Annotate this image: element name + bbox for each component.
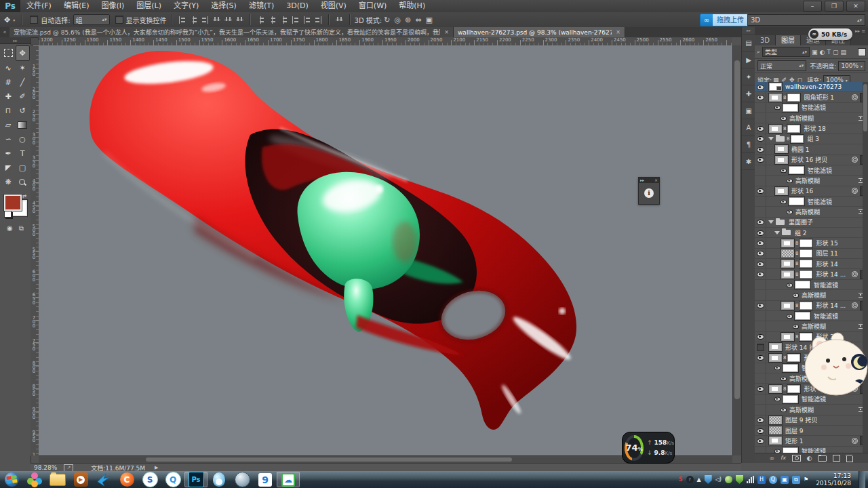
layer-row[interactable]: 高斯模糊 [755,405,868,415]
visibility-toggle[interactable] [755,113,766,123]
taskbar-photoshop[interactable]: Ps [184,472,208,487]
document-tab-2[interactable]: wallhaven-276273.psd @ 98.3% (wallhaven-… [454,27,625,37]
align-center-icon[interactable] [189,16,198,24]
swap-colors-icon[interactable]: ⇄ [22,193,27,199]
taskbar-nine-app[interactable]: 9 [254,472,277,487]
tray-question-icon[interactable]: ? [686,476,694,483]
tab-close-icon[interactable]: × [444,29,449,35]
visibility-toggle[interactable] [755,321,766,331]
eraser-tool[interactable]: ▱ [1,118,16,132]
visibility-toggle[interactable] [755,373,766,383]
collapsed-panel-icon-0[interactable]: ▤ [742,35,755,52]
taskbar-qq[interactable] [208,472,231,487]
panel-tab-图层[interactable]: 图层 [776,35,801,45]
visibility-toggle[interactable] [755,144,766,154]
add-mask-button[interactable] [792,455,801,462]
tab-close-icon[interactable]: × [616,29,620,35]
adjustment-layer-button[interactable]: ◐ [807,454,812,462]
taskbar-flower-app[interactable] [23,472,46,487]
share-icon[interactable]: ↗ [64,464,73,472]
ruler-origin-corner[interactable] [31,37,39,45]
distribute-middle-icon[interactable] [268,16,277,24]
taskbar-flame-browser[interactable]: C [115,472,138,487]
layer-row[interactable]: 高斯模糊 [755,113,868,123]
desktop-pet-hamster[interactable] [802,332,868,399]
layer-row[interactable]: 形状 16▲ [755,186,868,197]
visibility-toggle[interactable] [755,228,766,237]
canvas[interactable] [39,45,732,455]
menu-item[interactable]: 编辑(E) [58,1,96,10]
visibility-toggle[interactable] [755,363,766,373]
visibility-toggle[interactable] [755,415,766,425]
new-layer-button[interactable] [833,455,840,462]
visibility-toggle[interactable] [755,352,766,362]
visibility-toggle[interactable] [755,218,766,227]
visibility-toggle[interactable] [755,134,766,144]
visibility-toggle[interactable] [755,186,766,196]
filter-adjust-icon[interactable]: ◐ [820,49,825,56]
layer-row[interactable]: 矩形 1▲ [755,436,868,446]
visibility-toggle[interactable] [755,165,766,175]
visibility-toggle[interactable] [755,342,766,352]
collapsed-panel-icon-6[interactable]: ¶ [742,136,755,153]
visibility-toggle[interactable] [755,259,766,268]
layer-row[interactable]: 智能滤镜 [755,103,868,113]
visibility-toggle[interactable] [755,197,766,206]
taskbar-start-orb[interactable] [0,472,23,487]
visibility-toggle[interactable] [755,92,766,102]
tray-window1-icon[interactable]: ▣ [781,476,789,484]
layer-row[interactable]: 图层 9 拷贝 [755,415,868,426]
tool-preset-arrow[interactable]: ▾ [13,18,15,22]
strip-collapse-icon[interactable]: ▸▸ [742,27,755,35]
workspace-switcher[interactable]: 3D▴▾ [747,14,865,26]
visibility-toggle[interactable] [755,176,766,185]
visibility-toggle[interactable] [755,384,766,393]
taskbar-media-player[interactable]: ▶ [69,472,92,487]
opacity-field[interactable]: 100% ▾ [838,61,865,71]
distribute-right-icon[interactable] [314,16,323,24]
layer-row[interactable]: 椭圆 1 [755,144,868,155]
widget-close-icon[interactable]: × [654,178,658,183]
visibility-toggle[interactable] [755,290,766,300]
tray-speaker-icon[interactable]: ◁) [715,476,722,483]
visibility-toggle[interactable] [755,436,766,445]
close-button[interactable]: ✕ [846,1,865,12]
network-speed-pill[interactable]: ∞ 50 KB/s [808,28,852,40]
layers-scrollbar[interactable] [863,82,868,462]
floating-info-widget[interactable]: ▸▸ × i [638,177,660,205]
menu-item[interactable]: 图层(L) [130,1,167,10]
collapsed-panel-icon-3[interactable]: ✚ [742,85,755,102]
filter-type-dropdown[interactable]: 类型▴▾ [762,47,810,57]
distribute-left-icon[interactable] [291,16,300,24]
rect-marquee-tool[interactable] [1,45,16,60]
pen-tool[interactable]: ✒ [1,146,16,161]
visibility-toggle[interactable] [755,207,766,216]
show-desktop-button[interactable] [859,471,865,488]
layer-row[interactable]: 高斯模糊 [755,321,868,331]
spot-healing-tool[interactable]: ✚ [1,89,16,104]
menu-item[interactable]: 窗口(W) [353,1,393,10]
filter-smart-icon[interactable]: ▤ [840,49,846,56]
tray-shield-green-icon[interactable] [736,475,743,484]
visibility-toggle[interactable] [755,238,766,247]
status-menu-arrow[interactable]: ▶ [155,465,158,470]
mode3d-icon-4[interactable]: ▣ [426,16,433,24]
collapsed-panel-icon-7[interactable]: ✱ [742,153,755,170]
layer-row[interactable]: 高斯模糊 [755,176,868,186]
visibility-toggle[interactable] [755,249,766,258]
layer-row[interactable]: 8圆角矩形 1▲ [755,92,868,102]
restore-button[interactable]: ❐ [825,1,844,12]
tools-collapse-icon[interactable]: ▸▸ [0,37,31,44]
tray-h-icon[interactable]: H [757,476,766,484]
visibility-toggle[interactable] [755,280,766,289]
panel-tab-3D[interactable]: 3D [755,35,776,45]
menu-item[interactable]: 选择(S) [205,1,243,10]
smudge-tool[interactable]: ∽ [1,132,16,146]
align-middle-icon[interactable] [224,16,233,24]
align-top-icon[interactable] [212,16,221,24]
layer-row[interactable]: 8形状 14 ...▲ [755,269,868,279]
new-group-button[interactable] [818,455,827,462]
layer-row[interactable]: 8形状 15 [755,238,868,248]
taskbar-cloud-drive[interactable]: ☁ [277,472,300,487]
layer-row[interactable]: 智能滤镜 [755,280,868,290]
